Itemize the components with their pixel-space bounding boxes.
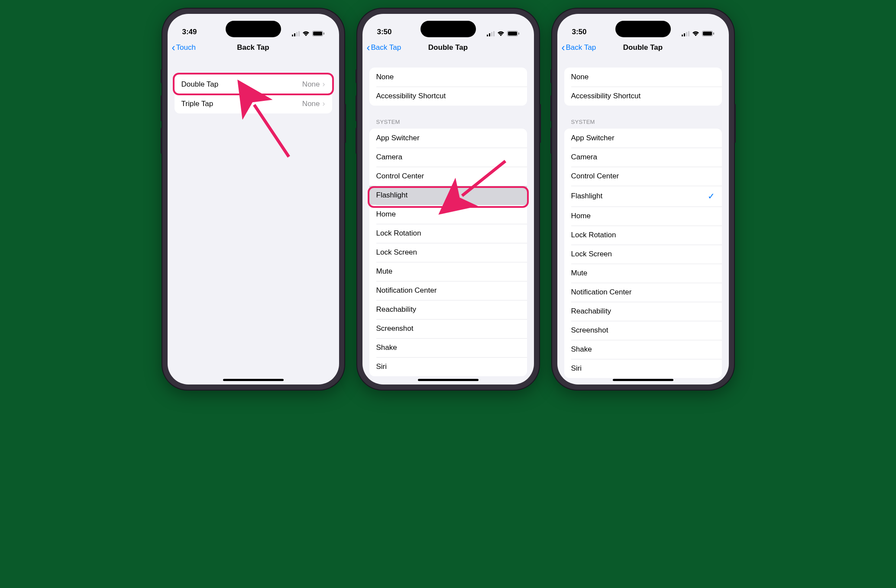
row-lock-screen[interactable]: Lock Screen: [564, 245, 722, 264]
settings-rows: None Accessibility Shortcut: [564, 68, 722, 106]
row-value: None ›: [302, 80, 325, 89]
row-label: Mute: [571, 269, 588, 278]
checkmark-icon: ✓: [708, 191, 715, 201]
row-siri[interactable]: Siri: [369, 357, 527, 376]
row-label: Control Center: [376, 172, 424, 181]
silent-switch: [161, 69, 162, 83]
phone-frame: 3:49 ‹ Touch Back Tap Double Tap None: [162, 9, 344, 390]
row-lock-screen[interactable]: Lock Screen: [369, 243, 527, 262]
back-label: Back Tap: [566, 43, 596, 52]
row-reachability[interactable]: Reachability: [564, 302, 722, 321]
row-siri[interactable]: Siri: [564, 359, 722, 378]
row-flashlight[interactable]: Flashlight ✓: [564, 186, 722, 207]
battery-icon: [312, 31, 324, 36]
volume-up-button: [161, 95, 162, 121]
row-camera[interactable]: Camera: [564, 148, 722, 167]
row-label: None: [376, 73, 394, 81]
screen: 3:50 ‹ Back Tap Double Tap None Accessib…: [362, 14, 534, 384]
back-button[interactable]: ‹ Touch: [172, 42, 196, 53]
row-notification-center[interactable]: Notification Center: [369, 281, 527, 300]
home-indicator[interactable]: [613, 379, 673, 381]
row-none[interactable]: None: [369, 68, 527, 87]
group-header: System: [369, 119, 527, 129]
home-indicator[interactable]: [418, 379, 479, 381]
row-lock-rotation[interactable]: Lock Rotation: [564, 226, 722, 245]
chevron-right-icon: ›: [323, 99, 325, 108]
nav-bar: ‹ Back Tap Double Tap: [362, 38, 534, 57]
row-notification-center[interactable]: Notification Center: [564, 283, 722, 302]
volume-up-button: [356, 95, 357, 121]
wifi-icon: [302, 31, 310, 36]
row-flashlight[interactable]: Flashlight: [369, 186, 527, 205]
back-label: Touch: [176, 43, 196, 52]
back-button[interactable]: ‹ Back Tap: [367, 42, 401, 53]
row-accessibility-shortcut[interactable]: Accessibility Shortcut: [369, 87, 527, 106]
row-lock-rotation[interactable]: Lock Rotation: [369, 224, 527, 243]
back-button[interactable]: ‹ Back Tap: [562, 42, 596, 53]
nav-bar: ‹ Back Tap Double Tap: [557, 38, 729, 57]
row-home[interactable]: Home: [369, 205, 527, 224]
phone-frame: 3:50 ‹ Back Tap Double Tap None Accessib…: [357, 9, 539, 390]
row-label: Triple Tap: [181, 100, 213, 108]
volume-up-button: [550, 95, 552, 121]
row-label: Screenshot: [376, 324, 414, 333]
row-double-tap[interactable]: Double Tap None ›: [175, 74, 332, 94]
settings-rows: None Accessibility Shortcut: [369, 68, 527, 106]
row-none[interactable]: None: [564, 68, 722, 87]
silent-switch: [550, 69, 552, 83]
settings-group: None Accessibility Shortcut: [564, 68, 722, 106]
status-icons: [487, 31, 519, 36]
row-triple-tap[interactable]: Triple Tap None ›: [175, 94, 332, 113]
row-label: Screenshot: [571, 326, 608, 335]
wifi-icon: [497, 31, 505, 36]
settings-rows: App Switcher Camera Control Center Flash…: [564, 129, 722, 378]
row-accessibility-shortcut[interactable]: Accessibility Shortcut: [564, 87, 722, 106]
row-shake[interactable]: Shake: [564, 340, 722, 359]
svg-rect-8: [487, 35, 488, 36]
row-label: Siri: [376, 362, 387, 371]
row-label: Siri: [571, 364, 582, 373]
row-label: Reachability: [376, 305, 417, 314]
row-control-center[interactable]: Control Center: [564, 167, 722, 186]
status-time: 3:50: [377, 28, 392, 36]
row-shake[interactable]: Shake: [369, 338, 527, 357]
svg-rect-10: [491, 32, 492, 36]
svg-rect-16: [682, 35, 683, 36]
svg-rect-21: [703, 32, 712, 36]
row-label: Accessibility Shortcut: [571, 92, 641, 100]
row-mute[interactable]: Mute: [369, 262, 527, 281]
row-camera[interactable]: Camera: [369, 148, 527, 167]
row-mute[interactable]: Mute: [564, 264, 722, 283]
svg-rect-22: [713, 32, 714, 35]
row-control-center[interactable]: Control Center: [369, 167, 527, 186]
svg-rect-17: [684, 33, 685, 36]
cellular-icon: [292, 31, 300, 36]
power-button: [734, 104, 736, 143]
content: None Accessibility Shortcut System App S…: [362, 57, 534, 376]
phone-frame: 3:50 ‹ Back Tap Double Tap None Accessib…: [552, 9, 734, 390]
svg-rect-13: [508, 32, 517, 36]
screen: 3:49 ‹ Touch Back Tap Double Tap None: [168, 14, 339, 384]
row-label: Double Tap: [181, 80, 219, 89]
row-app-switcher[interactable]: App Switcher: [369, 129, 527, 148]
row-screenshot[interactable]: Screenshot: [564, 321, 722, 340]
battery-icon: [507, 31, 519, 36]
row-label: Flashlight: [376, 191, 408, 200]
svg-rect-14: [518, 32, 519, 35]
svg-rect-3: [298, 31, 300, 36]
home-indicator[interactable]: [223, 379, 284, 381]
row-label: Flashlight: [571, 192, 603, 200]
group-header: System: [564, 119, 722, 129]
cellular-icon: [682, 31, 689, 36]
row-label: Camera: [376, 153, 402, 162]
row-label: Mute: [376, 267, 393, 276]
row-label: Lock Screen: [376, 248, 417, 257]
row-label: Lock Rotation: [571, 231, 616, 239]
row-reachability[interactable]: Reachability: [369, 300, 527, 319]
content: Double Tap None › Triple Tap None ›: [168, 57, 339, 113]
row-screenshot[interactable]: Screenshot: [369, 319, 527, 338]
nav-bar: ‹ Touch Back Tap: [168, 38, 339, 57]
row-app-switcher[interactable]: App Switcher: [564, 129, 722, 148]
row-home[interactable]: Home: [564, 207, 722, 226]
row-label: Lock Rotation: [376, 229, 421, 238]
